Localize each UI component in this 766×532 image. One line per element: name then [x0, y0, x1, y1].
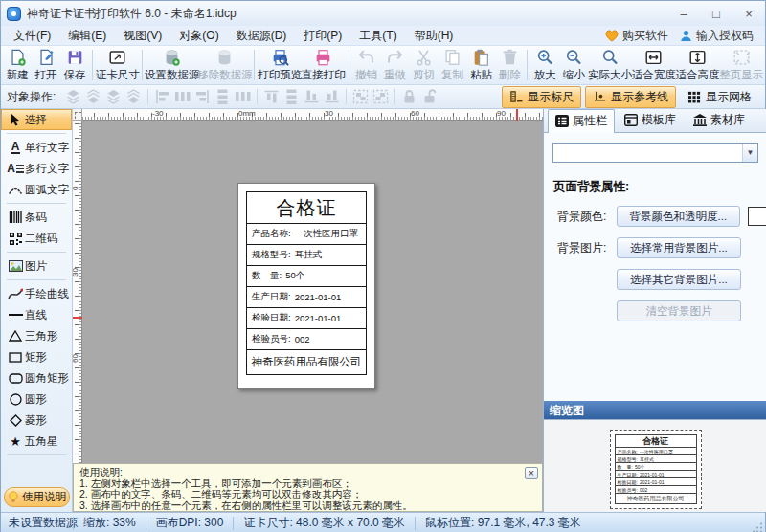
close-button[interactable]: ×: [732, 1, 765, 26]
save-button[interactable]: 保存: [60, 47, 89, 83]
fit-width-button[interactable]: 适合宽度: [632, 47, 676, 83]
tool-circle[interactable]: 圆形: [1, 388, 72, 410]
show-grid-toggle[interactable]: 显示网格: [680, 86, 759, 108]
tool-select[interactable]: 选择: [1, 109, 72, 130]
fit-height-button[interactable]: 适合高度: [676, 47, 720, 83]
menu-edit[interactable]: 编辑(E): [59, 26, 115, 46]
undo-icon: [356, 48, 376, 67]
fit-page-icon: [732, 48, 752, 67]
set-datasource-button[interactable]: 设置数据源: [146, 47, 198, 83]
minimize-button[interactable]: –: [667, 1, 700, 26]
ungroup-icon: [372, 88, 390, 105]
app-window: 神奇证卡证书打印软件 6.0 - 未命名1.idcp – □ × 文件(F) 编…: [0, 0, 766, 532]
certificate-footer[interactable]: 神奇医药用品有限公司: [246, 349, 367, 375]
bg-color-button[interactable]: 背景颜色和透明度...: [617, 206, 740, 227]
material-library-icon: [693, 114, 707, 126]
certificate-card[interactable]: 合格证 产品名称:一次性医用口罩 规格型号:耳挂式 数 量:50个 生产日期:2…: [237, 183, 375, 389]
object-toolbar-label: 对象操作:: [7, 89, 56, 105]
open-button[interactable]: 打开: [32, 47, 60, 83]
new-document-icon: [8, 48, 28, 67]
tool-freehand-curve[interactable]: 手绘曲线: [1, 283, 72, 304]
bring-forward-icon: [104, 88, 123, 105]
menu-object[interactable]: 对象(O): [170, 26, 227, 46]
certificate-row[interactable]: 检验日期:2021-01-01: [246, 307, 367, 329]
print-preview-button[interactable]: 打印预览: [258, 47, 302, 83]
menu-help[interactable]: 帮助(H): [406, 26, 462, 46]
canvas-view[interactable]: 合格证 产品名称:一次性医用口罩 规格型号:耳挂式 数 量:50个 生产日期:2…: [82, 121, 543, 463]
menu-tools[interactable]: 工具(T): [350, 26, 405, 46]
tab-material-library[interactable]: 素材库: [686, 108, 753, 132]
barcode-icon: [6, 211, 25, 223]
zoom-in-button[interactable]: 放大: [530, 47, 559, 83]
direct-print-button[interactable]: 直接打印: [302, 47, 346, 83]
thumbnail-card[interactable]: 合格证 产品名称:一次性医用口罩 规格型号:耳挂式 数 量:50个 生产日期:2…: [610, 430, 702, 509]
menu-datasource[interactable]: 数据源(D): [228, 26, 296, 46]
bring-to-front-icon: [64, 88, 82, 105]
zoom-out-button[interactable]: 缩小: [559, 47, 588, 83]
tool-arc-text[interactable]: 圆弧文字: [1, 179, 72, 200]
certificate-row[interactable]: 数 量:50个: [246, 265, 367, 287]
object-selector-combobox[interactable]: ▼: [552, 143, 758, 163]
tool-single-line-text[interactable]: A 单行文字: [1, 137, 72, 158]
choose-common-bg-button[interactable]: 选择常用背景图片...: [617, 237, 741, 258]
tab-properties[interactable]: 属性栏: [548, 109, 615, 133]
certificate-row[interactable]: 产品名称:一次性医用口罩: [246, 223, 367, 245]
maximize-button[interactable]: □: [700, 1, 732, 26]
fit-width-icon: [643, 48, 664, 67]
fit-page-button: 整页显示: [719, 47, 763, 83]
remove-datasource-button: 移除数据源: [198, 47, 251, 83]
show-ruler-toggle[interactable]: 显示标尺: [502, 86, 581, 108]
open-file-icon: [36, 48, 56, 67]
help-close-icon[interactable]: ×: [525, 467, 538, 479]
star-icon: ★: [6, 435, 25, 448]
show-guides-toggle[interactable]: 显示参考线: [585, 86, 676, 108]
tool-rectangle[interactable]: 矩形: [1, 346, 72, 367]
actual-size-icon: [600, 48, 620, 67]
certificate-row[interactable]: 检验员号:002: [246, 328, 367, 350]
tool-line[interactable]: 直线: [1, 304, 72, 325]
tool-barcode[interactable]: 条码: [1, 207, 72, 228]
copy-icon: [442, 48, 462, 67]
buy-software-button[interactable]: 购买软件: [605, 28, 668, 44]
tool-image[interactable]: 图片: [1, 255, 72, 277]
usage-help-button[interactable]: 使用说明: [4, 487, 70, 507]
copy-button: 复制: [438, 47, 466, 83]
tool-diamond[interactable]: 菱形: [1, 410, 72, 431]
bg-color-swatch[interactable]: [748, 207, 766, 226]
tool-star[interactable]: ★ 五角星: [1, 431, 72, 452]
tab-template-library[interactable]: 模板库: [617, 108, 684, 132]
resize-grip[interactable]: [752, 521, 763, 532]
status-card-size: 证卡尺寸: 48.0 毫米 x 70.0 毫米: [234, 515, 415, 531]
section-title: 页面背景属性:: [553, 179, 766, 195]
canvas-area[interactable]: -30 0mm 30 60 90 0 30 60 合格证 产品名称:一次性医用口…: [73, 109, 543, 463]
bg-color-label: 背景颜色:: [557, 209, 617, 225]
paste-button[interactable]: 粘贴: [466, 47, 495, 83]
menu-print[interactable]: 打印(P): [295, 26, 350, 46]
tool-rounded-rect[interactable]: 圆角矩形: [1, 367, 72, 388]
thumbnail-title-row: 合格证: [615, 434, 697, 448]
tool-multi-line-text[interactable]: A 多行文字: [1, 158, 72, 179]
single-line-text-icon: A: [6, 142, 25, 154]
chevron-down-icon[interactable]: ▼: [742, 144, 757, 162]
menu-view[interactable]: 视图(V): [115, 26, 170, 46]
user-icon: [680, 30, 692, 42]
actual-size-button[interactable]: 实际大小: [588, 47, 632, 83]
choose-other-bg-button[interactable]: 选择其它背景图片...: [617, 269, 741, 290]
enter-license-button[interactable]: 输入授权码: [680, 28, 754, 44]
tool-qrcode[interactable]: 二维码: [1, 228, 72, 249]
app-logo-icon: [7, 7, 21, 21]
align-vcenter-icon: [283, 88, 301, 106]
properties-panel: 属性栏 模板库 素材库 ▼ 页面背景属性: 背景颜色: 背景颜色和透明度...: [543, 109, 766, 512]
certificate-row[interactable]: 生产日期:2021-01-01: [246, 286, 367, 308]
menu-file[interactable]: 文件(F): [5, 26, 59, 46]
image-icon: [6, 260, 25, 272]
tool-triangle[interactable]: 三角形: [1, 325, 72, 346]
card-size-button[interactable]: 证卡尺寸: [96, 47, 140, 83]
certificate-row[interactable]: 规格型号:耳挂式: [246, 244, 367, 266]
certificate-title[interactable]: 合格证: [246, 191, 367, 224]
panel-tabs: 属性栏 模板库 素材库: [544, 109, 766, 133]
set-datasource-icon: [162, 48, 182, 67]
title-bar: 神奇证卡证书打印软件 6.0 - 未命名1.idcp – □ ×: [1, 1, 765, 26]
heart-icon: [605, 30, 619, 42]
new-button[interactable]: 新建: [3, 47, 32, 83]
